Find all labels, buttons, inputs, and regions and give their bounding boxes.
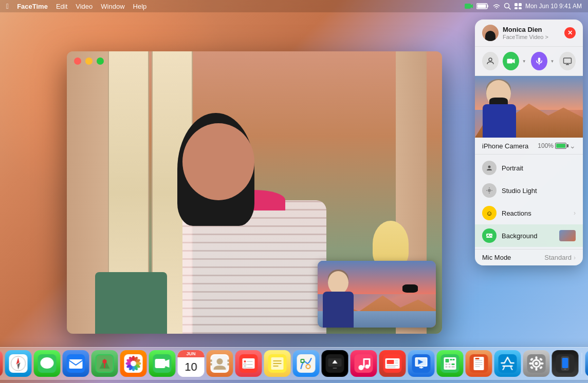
svg-rect-138: [475, 358, 480, 359]
svg-rect-123: [446, 359, 449, 362]
contact-subtitle: FaceTime Video >: [503, 34, 548, 40]
video-button[interactable]: [503, 52, 519, 70]
mic-button[interactable]: [531, 52, 547, 70]
dock-adguard[interactable]: [585, 350, 589, 377]
effects-button[interactable]: [482, 52, 499, 70]
calendar-month: JUN: [178, 350, 205, 357]
control-center-icon[interactable]: [514, 3, 522, 10]
background-thumbnail: [559, 230, 576, 241]
battery-percent: 100%: [538, 142, 554, 149]
dock-maps[interactable]: [91, 350, 118, 377]
panel-close-button[interactable]: ✕: [564, 27, 576, 39]
menu-bar:  FaceTime Edit Video Window Help: [0, 0, 588, 12]
dock-launchpad[interactable]: [0, 350, 3, 377]
svg-rect-144: [536, 356, 538, 359]
background-icon: [482, 228, 497, 243]
dock-iphone-mirroring[interactable]: [552, 350, 579, 377]
svg-marker-1: [471, 4, 473, 8]
dock-appstore[interactable]: [494, 350, 521, 377]
dock-freeform[interactable]: [293, 350, 320, 377]
app-name[interactable]: FaceTime: [17, 3, 48, 10]
svg-line-6: [508, 8, 510, 10]
dock-facetime[interactable]: [149, 350, 176, 377]
dock: JUN 10: [0, 347, 588, 380]
dock-keynote[interactable]: [408, 350, 435, 377]
studio-light-label: Studio Light: [502, 187, 537, 195]
svg-rect-124: [450, 359, 452, 360]
dock-notes[interactable]: [264, 350, 291, 377]
battery-info: 100%: [538, 142, 566, 149]
dock-numbers[interactable]: [437, 350, 464, 377]
studio-light-option[interactable]: Studio Light: [475, 179, 583, 202]
mic-mode-value: Standard: [544, 254, 572, 261]
self-view-thumbnail[interactable]: [318, 261, 436, 328]
camera-expand[interactable]: ⌄: [569, 142, 576, 150]
dock-photos[interactable]: [120, 350, 147, 377]
svg-rect-154: [562, 358, 568, 368]
wifi-icon: [492, 3, 501, 10]
calendar-date: 10: [178, 357, 205, 377]
camera-label: iPhone Camera: [482, 142, 528, 150]
svg-rect-125: [453, 359, 455, 360]
svg-rect-155: [564, 369, 566, 370]
dock-reminders[interactable]: [235, 350, 262, 377]
apple-menu[interactable]: : [6, 2, 9, 10]
main-video: [67, 51, 442, 334]
svg-point-104: [365, 365, 370, 369]
background-label: Background: [502, 232, 537, 240]
window-menu[interactable]: Window: [101, 3, 124, 10]
dock-contacts[interactable]: [207, 350, 233, 377]
maximize-button[interactable]: [97, 58, 104, 65]
dock-settings[interactable]: [523, 350, 550, 377]
dock-music[interactable]: [351, 350, 377, 377]
svg-rect-12: [507, 59, 513, 64]
screen-share-button[interactable]: [559, 52, 576, 70]
svg-rect-126: [446, 363, 448, 365]
svg-rect-131: [452, 366, 455, 368]
video-dropdown[interactable]: ▼: [521, 58, 527, 64]
control-buttons-row: ▼ ▼: [475, 47, 583, 76]
video-menu[interactable]: Video: [76, 3, 93, 10]
chair: [95, 272, 167, 334]
background-option[interactable]: Background: [475, 224, 583, 247]
dock-news[interactable]: [379, 350, 406, 377]
close-button[interactable]: [74, 58, 81, 65]
mic-dropdown[interactable]: ▼: [549, 58, 555, 64]
svg-point-19: [488, 166, 491, 168]
battery-icon: [476, 3, 489, 10]
svg-rect-110: [387, 360, 394, 364]
svg-rect-147: [541, 362, 544, 365]
camera-row: iPhone Camera 100% ⌄: [475, 138, 583, 155]
panel-header: Monica Dien FaceTime Video > ✕: [475, 20, 583, 47]
portrait-icon: [482, 161, 497, 175]
svg-rect-129: [446, 366, 448, 368]
dock-pages[interactable]: [466, 350, 492, 377]
svg-rect-0: [465, 4, 471, 9]
svg-rect-101: [333, 368, 337, 369]
svg-rect-119: [421, 367, 422, 369]
portrait-option[interactable]: Portrait: [475, 157, 583, 179]
dock-separator: [582, 353, 582, 374]
svg-rect-79: [228, 359, 229, 362]
svg-rect-7: [514, 3, 518, 6]
edit-menu[interactable]: Edit: [56, 3, 67, 10]
dock-appletv[interactable]: [322, 350, 348, 377]
svg-rect-54: [69, 359, 83, 369]
reactions-option[interactable]: ☺ Reactions ›: [475, 202, 583, 224]
svg-rect-9: [514, 7, 518, 9]
svg-point-103: [359, 365, 364, 370]
mic-mode-row[interactable]: Mic Mode Standard ›: [475, 249, 583, 265]
dock-safari[interactable]: [5, 350, 32, 377]
facetime-menubar-icon: [464, 3, 473, 10]
svg-rect-16: [563, 58, 571, 64]
help-menu[interactable]: Help: [133, 3, 147, 10]
dock-messages[interactable]: [34, 350, 61, 377]
search-icon[interactable]: [504, 3, 511, 10]
dock-calendar[interactable]: JUN 10: [178, 350, 205, 377]
minimize-button[interactable]: [85, 58, 93, 65]
svg-rect-107: [363, 358, 371, 360]
dock-mail[interactable]: [63, 350, 89, 377]
contact-name: Monica Dien: [503, 26, 548, 34]
mic-mode-label: Mic Mode: [482, 254, 511, 261]
svg-rect-78: [211, 359, 212, 362]
